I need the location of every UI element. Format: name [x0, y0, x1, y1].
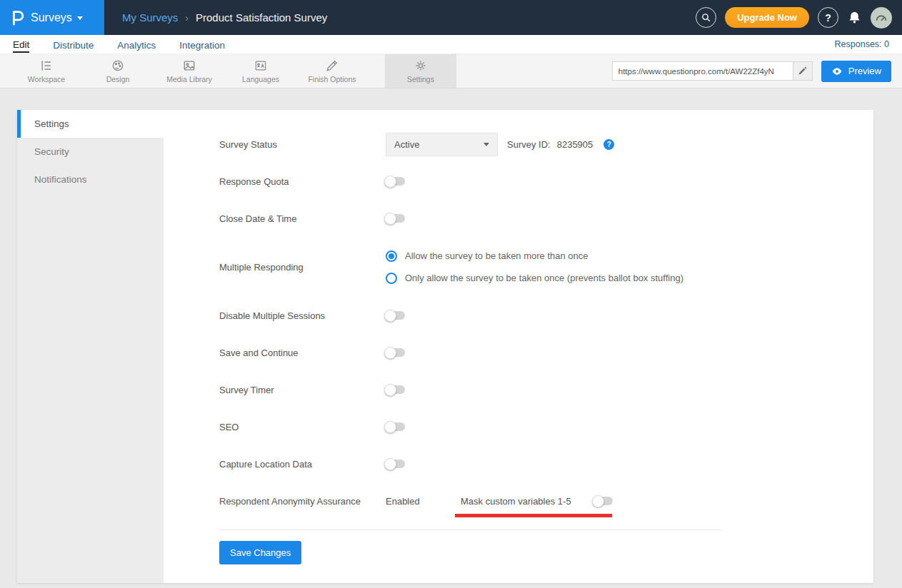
- tab-distribute[interactable]: Distribute: [53, 37, 94, 52]
- breadcrumb-separator: ›: [185, 12, 189, 24]
- toggle-knob: [384, 310, 396, 322]
- save-continue-toggle[interactable]: [386, 348, 405, 357]
- search-button[interactable]: [696, 7, 716, 28]
- red-underline-annotation: [455, 514, 612, 517]
- survey-status-value: Active: [394, 139, 419, 150]
- toggle-knob: [384, 458, 396, 470]
- toolbar-item-workspace[interactable]: Workspace: [11, 54, 82, 88]
- toolbar-item-label: Design: [106, 75, 130, 83]
- form-row-multiple-responding: Multiple Responding Allow the survey to …: [219, 237, 873, 297]
- form-row-save-continue: Save and Continue: [219, 334, 873, 371]
- survey-nav: Edit Distribute Analytics Integration Re…: [0, 35, 902, 54]
- survey-url-text[interactable]: https://www.questionpro.com/t/AW22Zf4yN: [613, 67, 793, 76]
- toolbar-item-finish-options[interactable]: Finish Options: [296, 54, 368, 88]
- toolbar-item-design[interactable]: Design: [82, 54, 154, 88]
- form-row-anonymity: Respondent Anonymity Assurance Enabled M…: [219, 482, 873, 519]
- sidebar-item-notifications[interactable]: Notifications: [17, 166, 164, 193]
- breadcrumb-my-surveys[interactable]: My Surveys: [122, 11, 178, 24]
- survey-url-field[interactable]: https://www.questionpro.com/t/AW22Zf4yN: [612, 61, 813, 81]
- seo-label: SEO: [219, 422, 386, 432]
- radio-allow-once[interactable]: Only allow the survey to be taken once (…: [386, 273, 683, 284]
- edit-url-button[interactable]: [793, 62, 812, 80]
- anonymity-label: Respondent Anonymity Assurance: [219, 496, 386, 507]
- form-row-close-date: Close Date & Time: [219, 200, 873, 237]
- main-area: Settings Security Notifications Survey S…: [0, 88, 902, 588]
- form-row-response-quota: Response Quota: [219, 163, 873, 200]
- toggle-knob: [592, 495, 604, 507]
- radio-unselected-icon: [386, 273, 397, 284]
- toolbar-item-media-library[interactable]: Media Library: [154, 54, 225, 88]
- avatar[interactable]: [871, 7, 892, 29]
- breadcrumb-survey-title: Product Satisfaction Survey: [196, 11, 327, 24]
- radio-allow-multiple[interactable]: Allow the survey to be taken more than o…: [386, 250, 683, 262]
- response-quota-label: Response Quota: [219, 176, 386, 187]
- gear-icon: [414, 59, 428, 73]
- breadcrumb: My Surveys › Product Satisfaction Survey: [122, 11, 327, 24]
- form-row-seo: SEO: [219, 408, 873, 445]
- edit-toolbar: Workspace Design Media Library Languages…: [0, 54, 902, 88]
- toggle-knob: [384, 347, 396, 359]
- radio-selected-icon: [386, 250, 397, 262]
- toggle-knob: [384, 176, 396, 188]
- pencil-icon: [798, 66, 807, 76]
- close-date-toggle[interactable]: [386, 214, 405, 223]
- responses-count[interactable]: Responses: 0: [835, 39, 889, 49]
- chevron-down-icon: [77, 16, 83, 20]
- topbar-actions: Upgrade Now ?: [696, 7, 902, 29]
- tab-edit[interactable]: Edit: [13, 36, 29, 53]
- tab-analytics[interactable]: Analytics: [117, 37, 156, 52]
- questionpro-logo-icon: [9, 9, 26, 26]
- preview-label: Preview: [848, 66, 881, 76]
- translate-icon: [254, 59, 268, 73]
- help-button[interactable]: ?: [818, 7, 838, 28]
- question-mark-icon: ?: [825, 12, 831, 24]
- toolbar-item-label: Workspace: [28, 75, 65, 83]
- mask-variables-toggle[interactable]: [593, 497, 613, 505]
- survey-id-label: Survey ID:: [507, 139, 551, 150]
- save-continue-label: Save and Continue: [219, 348, 386, 358]
- settings-card: Settings Security Notifications Survey S…: [17, 110, 873, 583]
- settings-form: Survey Status Active Survey ID: 8235905 …: [164, 110, 873, 583]
- mask-variables-group: Mask custom variables 1-5: [461, 496, 613, 507]
- tab-integration[interactable]: Integration: [179, 37, 225, 52]
- disable-sessions-label: Disable Multiple Sessions: [219, 310, 386, 321]
- survey-status-help-icon[interactable]: ?: [603, 139, 614, 150]
- mask-variables-label: Mask custom variables 1-5: [461, 496, 571, 507]
- radio-label: Only allow the survey to be taken once (…: [405, 273, 683, 283]
- multiple-responding-options: Allow the survey to be taken more than o…: [386, 250, 683, 284]
- preview-button[interactable]: Preview: [821, 61, 891, 82]
- palette-icon: [111, 59, 125, 73]
- close-date-label: Close Date & Time: [219, 213, 386, 224]
- form-row-capture-location: Capture Location Data: [219, 445, 873, 482]
- capture-location-label: Capture Location Data: [219, 459, 386, 470]
- product-switcher[interactable]: Surveys: [0, 0, 104, 35]
- toolbar-item-label: Languages: [242, 75, 279, 83]
- survey-status-dropdown[interactable]: Active: [386, 133, 498, 156]
- save-changes-button[interactable]: Save Changes: [219, 541, 301, 564]
- response-quota-toggle[interactable]: [386, 177, 405, 186]
- toolbar-item-label: Finish Options: [308, 75, 356, 83]
- product-label: Surveys: [31, 11, 72, 24]
- sidebar-item-security[interactable]: Security: [17, 138, 164, 166]
- seo-toggle[interactable]: [386, 422, 405, 431]
- disable-sessions-toggle[interactable]: [386, 311, 405, 320]
- anonymity-status: Enabled: [386, 496, 461, 507]
- toolbar-item-settings[interactable]: Settings: [385, 54, 456, 88]
- workspace-icon: [39, 59, 54, 73]
- notifications-button[interactable]: [847, 10, 862, 25]
- upgrade-now-button[interactable]: Upgrade Now: [725, 7, 809, 28]
- capture-location-toggle[interactable]: [386, 460, 405, 468]
- toggle-knob: [384, 213, 396, 225]
- image-icon: [182, 59, 196, 73]
- bell-icon: [847, 10, 862, 25]
- sidebar-item-settings[interactable]: Settings: [17, 110, 164, 138]
- survey-id-value: 8235905: [557, 139, 593, 150]
- toggle-knob: [384, 421, 396, 433]
- toolbar-item-languages[interactable]: Languages: [225, 54, 296, 88]
- survey-timer-toggle[interactable]: [386, 385, 405, 394]
- form-row-survey-status: Survey Status Active Survey ID: 8235905 …: [219, 126, 873, 163]
- top-bar: Surveys My Surveys › Product Satisfactio…: [0, 0, 902, 35]
- pencil-icon: [325, 59, 339, 73]
- multiple-responding-label: Multiple Responding: [219, 262, 386, 273]
- settings-sidebar: Settings Security Notifications: [17, 110, 164, 583]
